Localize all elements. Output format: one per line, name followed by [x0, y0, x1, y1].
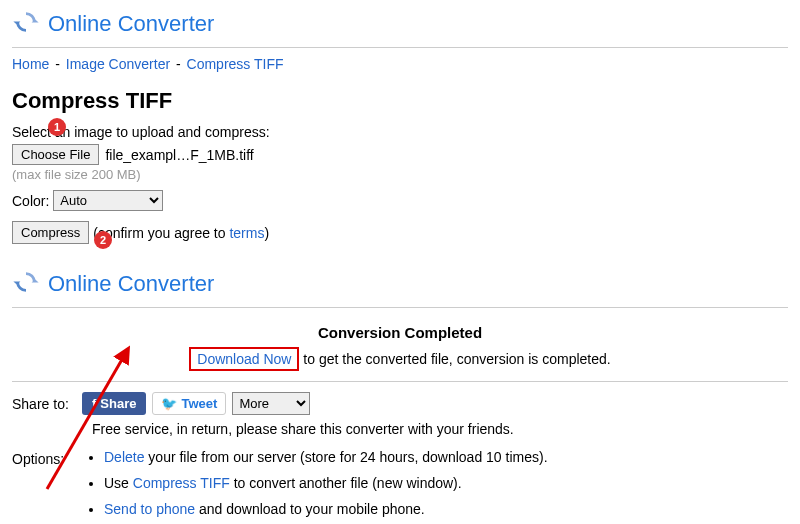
site-header: Online Converter: [12, 8, 788, 39]
compress-note: (confirm you agree to terms): [93, 225, 269, 241]
breadcrumb: Home - Image Converter - Compress TIFF: [12, 47, 788, 80]
twitter-icon: 🐦: [161, 396, 177, 411]
color-select[interactable]: Auto: [53, 190, 163, 211]
option-delete: Delete your file from our server (store …: [104, 449, 548, 465]
compress-tiff-link[interactable]: Compress TIFF: [133, 475, 230, 491]
option-send: Send to phone and download to your mobil…: [104, 501, 548, 517]
step-marker-1: 1: [48, 118, 66, 136]
result-line: Download Now to get the converted file, …: [12, 347, 788, 371]
send-to-phone-link[interactable]: Send to phone: [104, 501, 195, 517]
choose-file-button[interactable]: Choose File: [12, 144, 99, 165]
option-use: Use Compress TIFF to convert another fil…: [104, 475, 548, 491]
upload-instruction: Select an image to upload and compress: …: [12, 124, 788, 140]
facebook-icon: f: [92, 396, 96, 411]
share-label: Share to:: [12, 396, 76, 412]
selected-file-name: file_exampl…F_1MB.tiff: [105, 147, 253, 163]
file-input-row: Choose File file_exampl…F_1MB.tiff: [12, 144, 788, 165]
options-label: Options:: [12, 449, 72, 467]
breadcrumb-sep: -: [55, 56, 64, 72]
share-row: Share to: f Share 🐦 Tweet More: [12, 392, 788, 415]
breadcrumb-sep: -: [176, 56, 185, 72]
delete-link[interactable]: Delete: [104, 449, 144, 465]
breadcrumb-home[interactable]: Home: [12, 56, 49, 72]
terms-link[interactable]: terms: [229, 225, 264, 241]
step-marker-2: 2: [94, 231, 112, 249]
compress-row: Compress (confirm you agree to terms) 2: [12, 221, 788, 244]
more-share-select[interactable]: More: [232, 392, 310, 415]
options-row: Options: Delete your file from our serve…: [12, 449, 788, 524]
page-title: Compress TIFF: [12, 88, 788, 114]
site-header-2: Online Converter: [12, 268, 788, 299]
color-label: Color:: [12, 193, 49, 209]
refresh-icon: [12, 8, 40, 39]
breadcrumb-compress-tiff[interactable]: Compress TIFF: [187, 56, 284, 72]
facebook-share-button[interactable]: f Share: [82, 392, 146, 415]
download-highlight-box: Download Now: [189, 347, 299, 371]
site-title[interactable]: Online Converter: [48, 11, 214, 37]
result-section: Conversion Completed Download Now to get…: [12, 307, 788, 524]
color-row: Color: Auto: [12, 190, 788, 211]
compress-button[interactable]: Compress: [12, 221, 89, 244]
refresh-icon: [12, 268, 40, 299]
site-title[interactable]: Online Converter: [48, 271, 214, 297]
file-size-note: (max file size 200 MB): [12, 167, 788, 182]
tweet-button[interactable]: 🐦 Tweet: [152, 392, 226, 415]
download-now-link[interactable]: Download Now: [197, 351, 291, 367]
breadcrumb-image-converter[interactable]: Image Converter: [66, 56, 170, 72]
share-note: Free service, in return, please share th…: [92, 421, 788, 437]
result-inner: Conversion Completed Download Now to get…: [12, 324, 788, 382]
result-after-text: to get the converted file, conversion is…: [299, 351, 610, 367]
options-list: Delete your file from our server (store …: [84, 449, 548, 524]
conversion-completed-heading: Conversion Completed: [12, 324, 788, 341]
